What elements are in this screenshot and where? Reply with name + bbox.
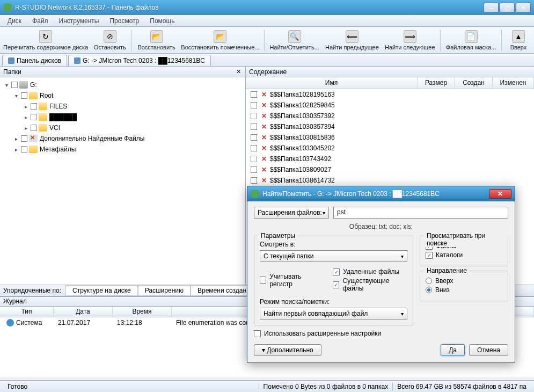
checkbox[interactable]: [251, 156, 257, 162]
file-row[interactable]: ✕$$$Папка1038614732: [246, 175, 534, 186]
tab-0[interactable]: Панель дисков: [2, 55, 67, 66]
toolbar-icon: ⟸: [346, 30, 359, 43]
checkbox[interactable]: [251, 177, 257, 184]
menu-Файл[interactable]: Файл: [27, 16, 54, 26]
dialog-icon: [251, 190, 259, 198]
case-checkbox[interactable]: Учитывать регистр: [260, 268, 322, 292]
checkbox[interactable]: [21, 135, 27, 142]
checkbox[interactable]: [251, 124, 257, 130]
maximize-button[interactable]: ▢: [500, 3, 515, 12]
file-row[interactable]: ✕$$$Папка1030357392: [246, 111, 534, 121]
jcol-date[interactable]: Дата: [54, 307, 113, 317]
close-icon[interactable]: ✕: [235, 68, 242, 76]
app-icon: [3, 3, 12, 12]
jcol-time[interactable]: Время: [113, 307, 172, 317]
menu-Помощь[interactable]: Помощь: [144, 16, 180, 26]
col-modified[interactable]: Изменен: [493, 77, 534, 89]
ok-button[interactable]: Да: [441, 344, 465, 356]
sort-Расширению[interactable]: Расширению: [138, 285, 191, 296]
checkbox[interactable]: [21, 146, 27, 153]
toolbar-Восстановить[interactable]: 📂Восстановить: [135, 29, 178, 52]
up-radio[interactable]: Вверх: [426, 277, 502, 285]
toolbar-Восстановить помеченные...[interactable]: 📂Восстановить помеченные...: [180, 29, 261, 52]
tree-node[interactable]: ▸Метафайлы: [1, 144, 244, 155]
mode-select[interactable]: Найти первый совпадающий файл: [260, 308, 407, 320]
tab-1[interactable]: G: -> JMicron Tech 0203 : ██12345681BC: [68, 55, 211, 66]
checkbox[interactable]: [31, 103, 37, 110]
toolbar-Найти следующее[interactable]: ⟹Найти следующее: [383, 29, 437, 52]
advanced-checkbox[interactable]: Использовать расширенные настройки: [254, 330, 413, 337]
tree-node[interactable]: ▸Дополнительно Найденные Файлы: [1, 133, 244, 144]
tab-icon: [74, 57, 81, 64]
toolbar-Найти предыдущее[interactable]: ⟸Найти предыдущее: [324, 29, 381, 52]
menubar: ДискФайлИнструментыПросмотрПомощь: [0, 15, 534, 27]
checkbox[interactable]: [31, 125, 37, 131]
file-row[interactable]: ✕$$$Папка1028259845: [246, 100, 534, 111]
tab-icon: [8, 57, 14, 64]
toolbar-Файловая маска...[interactable]: 📄Файловая маска...: [444, 29, 498, 52]
toolbar-icon: ⊘: [104, 30, 116, 43]
checkbox[interactable]: [251, 134, 257, 141]
look-in-select[interactable]: С текущей папки: [260, 250, 407, 262]
deleted-icon: ✕: [260, 177, 268, 184]
folder-icon: [29, 92, 38, 99]
folder-tree[interactable]: ▾G:▾Root▸FILES▸██████▸VCI▸Дополнительно …: [0, 77, 245, 285]
toolbar-Найти/Отметить...[interactable]: 🔍Найти/Отметить...: [268, 29, 321, 52]
direction-group: Направление Вверх Вниз: [420, 271, 508, 301]
folders-title: Папки: [3, 68, 21, 76]
toolbar-Остановить[interactable]: ⊘Остановить: [91, 29, 128, 52]
col-name[interactable]: Имя: [246, 77, 418, 89]
jrow-type: Система: [16, 319, 42, 326]
file-row[interactable]: ✕$$$Папка103743492: [246, 154, 534, 164]
checkbox[interactable]: [251, 91, 257, 98]
file-row[interactable]: ✕$$$Папка1030815836: [246, 132, 534, 143]
column-header[interactable]: Имя Размер Создан Изменен: [246, 77, 534, 89]
status-total: Всего 69.47 GB из 58574 файлов в 4817 па: [392, 383, 531, 390]
checkbox[interactable]: [251, 145, 257, 151]
tree-node[interactable]: ▾Root: [1, 90, 244, 101]
xfold-icon: [29, 135, 38, 142]
close-button[interactable]: ✕: [516, 3, 531, 12]
toolbar-Вверх[interactable]: ▲Вверх: [505, 29, 532, 52]
sort-label: Упорядоченные по:: [3, 287, 61, 294]
deleted-checkbox[interactable]: ✓Удаленные файлы: [333, 268, 407, 275]
filter-value-input[interactable]: pst: [333, 207, 508, 219]
params-group: Параметры Смотреть в: С текущей папки Уч…: [254, 236, 413, 325]
checkbox[interactable]: [251, 102, 257, 108]
checkbox[interactable]: [251, 166, 257, 173]
minimize-button[interactable]: —: [484, 3, 499, 12]
col-created[interactable]: Создан: [455, 77, 493, 89]
dirs-checkbox[interactable]: ✓Каталоги: [426, 251, 502, 259]
folder-icon: [39, 124, 47, 132]
deleted-icon: ✕: [260, 91, 268, 98]
checkbox[interactable]: [31, 114, 37, 120]
file-row[interactable]: ✕$$$Папка103809027: [246, 164, 534, 175]
tree-node[interactable]: ▾G:: [1, 79, 244, 90]
checkbox[interactable]: [11, 82, 18, 88]
existing-checkbox[interactable]: ✓Существующие файлы: [333, 277, 407, 292]
jcol-type[interactable]: Тип: [0, 307, 54, 317]
file-row[interactable]: ✕$$$Папка1033045202: [246, 143, 534, 154]
checkbox[interactable]: [21, 92, 27, 99]
tree-node[interactable]: ▸VCI: [1, 122, 244, 133]
sample-label: Образец: txt; doc; xls;: [254, 223, 508, 230]
filter-type-select[interactable]: Расширения файлов:: [254, 207, 329, 219]
checkbox[interactable]: [251, 113, 257, 119]
file-row[interactable]: ✕$$$Папка1028195163: [246, 89, 534, 100]
dialog-close-button[interactable]: ✕: [489, 189, 511, 199]
file-row[interactable]: ✕$$$Папка1030357394: [246, 121, 534, 132]
col-size[interactable]: Размер: [418, 77, 455, 89]
find-dialog: Найти/Пометить - G: -> JMicron Tech 0203…: [247, 186, 515, 363]
down-radio[interactable]: Вниз: [426, 286, 502, 294]
more-button[interactable]: ▾ Дополнительно: [254, 344, 321, 356]
cancel-button[interactable]: Отмена: [469, 344, 508, 356]
tree-node[interactable]: ▸FILES: [1, 101, 244, 112]
menu-Инструменты[interactable]: Инструменты: [54, 16, 105, 26]
toolbar-Перечитать содержимое диска[interactable]: ↻Перечитать содержимое диска: [2, 29, 89, 52]
menu-Просмотр[interactable]: Просмотр: [104, 16, 144, 26]
status-marked: Помечено 0 Bytes из 0 файлов в 0 папках: [259, 383, 393, 390]
tree-node[interactable]: ▸██████: [1, 112, 244, 122]
content-title: Содержание: [249, 68, 287, 76]
sort-Структуре на диске[interactable]: Структуре на диске: [65, 285, 138, 296]
menu-Диск[interactable]: Диск: [2, 16, 27, 26]
